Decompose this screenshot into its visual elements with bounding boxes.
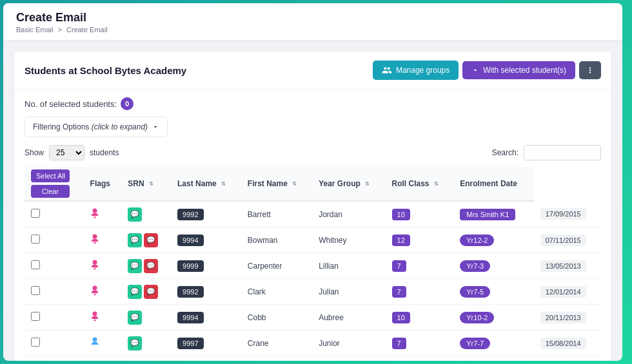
year-group-cell: 7 <box>386 253 454 279</box>
male-icon <box>90 341 99 350</box>
gender-cell <box>84 279 122 305</box>
roll-class-cell: Yr7-5 <box>453 279 533 305</box>
svg-point-6 <box>92 260 97 264</box>
roll-badge: Yr7-7 <box>460 338 490 349</box>
roll-class-cell: Yr10-2 <box>453 305 533 330</box>
row-checkbox[interactable] <box>31 286 40 295</box>
row-checkbox-cell <box>25 253 84 279</box>
srn-badge: 9994 <box>177 235 203 246</box>
enrolment-date-cell: 12/01/2014 <box>534 279 601 305</box>
flags-cell: 💬💬 <box>121 279 171 305</box>
th-first-name[interactable]: First Name ⇅ <box>241 167 312 201</box>
chat-flag-icon: 💬 <box>128 259 142 273</box>
roll-badge: Yr7-3 <box>460 260 490 272</box>
search-input[interactable] <box>524 145 601 160</box>
year-group-cell: 10 <box>386 201 454 227</box>
extra-button[interactable] <box>579 61 601 79</box>
svg-point-15 <box>92 337 97 341</box>
table-row: 💬9994CobbAubree10Yr10-220/11/2013 <box>25 305 601 330</box>
year-group-sort-icon: ⇅ <box>365 182 370 187</box>
first-name-cell: Lillian <box>312 253 385 279</box>
students-label: students <box>90 148 119 157</box>
year-badge: 12 <box>392 235 410 246</box>
card-body: No. of selected students: 0 Filtering Op… <box>14 90 611 361</box>
year-group-cell: 12 <box>386 227 454 253</box>
th-last-name[interactable]: Last Name ⇅ <box>171 167 241 201</box>
last-name-cell: Cobb <box>241 305 312 330</box>
row-checkbox[interactable] <box>31 209 40 218</box>
srn-cell: 9992 <box>171 279 241 305</box>
breadcrumb: Basic Email > Create Email <box>16 26 609 34</box>
first-name-cell: Junior <box>312 330 385 356</box>
srn-sort-icon: ⇅ <box>149 182 153 187</box>
enrolment-date-cell: 15/08/2014 <box>534 330 601 356</box>
first-name-sort-icon: ⇅ <box>292 182 297 187</box>
row-checkbox[interactable] <box>31 312 40 321</box>
srn-cell: 9994 <box>171 227 241 253</box>
with-selected-label: With selected student(s) <box>483 66 566 75</box>
svg-point-3 <box>92 234 97 238</box>
row-checkbox[interactable] <box>31 260 40 269</box>
srn-cell: 9992 <box>171 201 241 227</box>
srn-badge: 9994 <box>177 312 203 323</box>
with-selected-button[interactable]: With selected student(s) <box>462 61 575 79</box>
th-actions: Select All Clear <box>25 167 84 201</box>
row-checkbox[interactable] <box>31 235 40 244</box>
gender-cell <box>84 330 122 356</box>
card-title: Students at School Bytes Academy <box>25 65 186 76</box>
show-label: Show <box>25 148 44 157</box>
srn-cell: 9999 <box>171 253 241 279</box>
row-checkbox[interactable] <box>31 338 40 347</box>
table-wrapper: Select All Clear Flags SRN ⇅ Last Name <box>25 167 601 356</box>
enrolment-date-cell: 07/11/2015 <box>534 227 601 253</box>
flags-container: 💬 <box>128 207 164 222</box>
year-badge: 7 <box>392 286 406 298</box>
enrolment-date: 07/11/2015 <box>540 235 586 246</box>
female-icon <box>90 238 99 247</box>
th-year-group[interactable]: Year Group ⇅ <box>312 167 385 201</box>
table-row: 💬💬9994BowmanWhitney12Yr12-207/11/2015 <box>25 227 601 253</box>
gender-cell <box>84 227 122 253</box>
female-icon <box>90 290 99 299</box>
manage-groups-button[interactable]: Manage groups <box>373 61 459 80</box>
last-name-cell: Barrett <box>241 201 312 227</box>
th-roll-class[interactable]: Roll Class ⇅ <box>386 167 454 201</box>
enrolment-date-cell: 17/09/2015 <box>534 201 601 227</box>
srn-badge: 9999 <box>177 260 203 272</box>
dots-icon <box>586 66 595 75</box>
srn-badge: 9992 <box>177 286 203 298</box>
selected-count-badge: 0 <box>121 97 133 110</box>
roll-badge: Yr10-2 <box>460 312 494 323</box>
select-all-button[interactable]: Select All <box>31 169 70 182</box>
table-row: 💬💬9999CarpenterLillian7Yr7-313/05/2013 <box>25 253 601 279</box>
svg-point-9 <box>92 285 97 290</box>
year-badge: 7 <box>392 338 406 349</box>
filter-options-row[interactable]: Filtering Options (click to expand) <box>25 117 168 137</box>
first-name-cell: Julian <box>312 279 385 305</box>
row-checkbox-cell <box>25 330 84 356</box>
year-badge: 10 <box>392 312 410 323</box>
chat-flag-icon: 💬 <box>128 285 142 299</box>
clear-button[interactable]: Clear <box>31 185 70 198</box>
gender-cell <box>84 201 122 227</box>
year-badge: 7 <box>392 260 406 272</box>
show-select[interactable]: 25 50 100 <box>49 145 84 160</box>
flags-container: 💬💬 <box>128 285 164 299</box>
flags-cell: 💬💬 <box>121 227 171 253</box>
flags-cell: 💬 <box>121 201 171 227</box>
female-icon <box>90 264 99 273</box>
last-name-cell: Crane <box>241 330 312 356</box>
th-srn[interactable]: SRN ⇅ <box>121 167 171 201</box>
roll-class-cell: Yr7-7 <box>453 330 533 356</box>
srn-badge: 9992 <box>177 209 203 220</box>
enrolment-date-cell: 20/11/2013 <box>534 305 601 330</box>
search-row: Search: <box>492 145 601 160</box>
gender-cell <box>84 305 122 330</box>
flags-container: 💬💬 <box>128 259 164 273</box>
breadcrumb-parent: Basic Email <box>16 26 53 34</box>
students-card: Students at School Bytes Academy Manage … <box>14 51 612 361</box>
selected-count-row: No. of selected students: 0 <box>25 97 601 110</box>
th-flags: Flags <box>84 167 122 201</box>
female-icon <box>90 316 99 325</box>
flags-container: 💬💬 <box>128 233 164 247</box>
